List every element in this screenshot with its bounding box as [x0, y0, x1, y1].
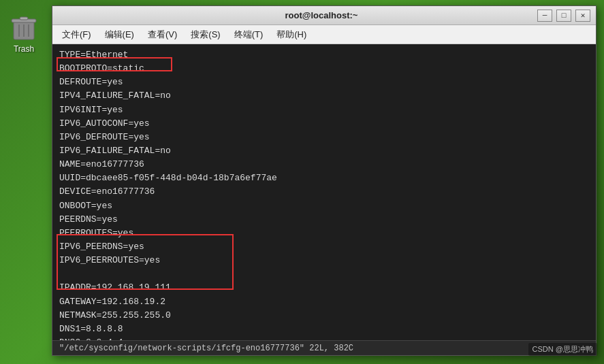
terminal-line: PEERDNS=yes [59, 213, 589, 227]
menu-search[interactable]: 搜索(S) [184, 27, 227, 43]
terminal-line: IPV6_DEFROUTE=yes [59, 131, 589, 144]
terminal-line: TYPE=Ethernet [59, 48, 589, 62]
menu-bar: 文件(F) 编辑(E) 查看(V) 搜索(S) 终端(T) 帮助(H) [52, 25, 596, 44]
terminal-line: DEFROUTE=yes [59, 76, 589, 89]
svg-rect-2 [20, 17, 28, 20]
terminal-line: IPV6_AUTOCONF=yes [59, 117, 589, 131]
desktop: Trash root@localhost:~ ─ □ ✕ 文件(F) 编辑(E)… [0, 0, 604, 364]
terminal-line: GATEWAY=192.168.19.2 [59, 295, 589, 309]
terminal-line: IPV6_FAILURE_FATAL=no [59, 144, 589, 158]
terminal-line: IPADDR=192.168.19.111 [59, 281, 589, 295]
status-text: "/etc/sysconfig/network-scripts/ifcfg-en… [59, 344, 353, 353]
terminal-line: NAME=eno16777736 [59, 158, 589, 171]
trash-icon-svg [10, 12, 37, 42]
menu-terminal[interactable]: 终端(T) [227, 27, 270, 43]
terminal-line: IPV6_PEERROUTES=yes [59, 254, 589, 267]
trash-icon[interactable]: Trash [10, 12, 37, 54]
terminal-content[interactable]: TYPE=EthernetBOOTPROTO=staticDEFROUTE=ye… [52, 44, 596, 340]
terminal-line: NETMASK=255.255.255.0 [59, 309, 589, 322]
trash-label: Trash [14, 44, 34, 54]
terminal-line: PEERROUTES=yes [59, 227, 589, 240]
watermark: CSDN @思思冲鸭 [528, 343, 597, 356]
terminal-line: DNS2=8.8.4.4 [59, 336, 589, 340]
minimize-button[interactable]: ─ [537, 10, 552, 22]
terminal-window: root@localhost:~ ─ □ ✕ 文件(F) 编辑(E) 查看(V)… [52, 5, 597, 356]
maximize-button[interactable]: □ [556, 10, 571, 22]
window-controls: ─ □ ✕ [537, 10, 590, 22]
window-title: root@localhost:~ [106, 10, 537, 20]
terminal-line: IPV6INIT=yes [59, 103, 589, 117]
menu-view[interactable]: 查看(V) [141, 27, 184, 43]
terminal-line: IPV6_PEERDNS=yes [59, 240, 589, 254]
menu-file[interactable]: 文件(F) [55, 27, 98, 43]
terminal-line [59, 267, 589, 281]
terminal-line: ONBOOT=yes [59, 199, 589, 213]
menu-edit[interactable]: 编辑(E) [98, 27, 141, 43]
terminal-line: UUID=dbcaee85-f05f-448d-b04d-18b7a6ef77a… [59, 171, 589, 185]
close-button[interactable]: ✕ [575, 10, 590, 22]
terminal-line: BOOTPROTO=static [59, 62, 589, 76]
menu-help[interactable]: 帮助(H) [270, 27, 313, 43]
terminal-line: DEVICE=eno16777736 [59, 185, 589, 199]
status-bar: "/etc/sysconfig/network-scripts/ifcfg-en… [52, 340, 596, 355]
terminal-line: IPV4_FAILURE_FATAL=no [59, 89, 589, 103]
title-bar: root@localhost:~ ─ □ ✕ [52, 6, 596, 25]
terminal-line: DNS1=8.8.8.8 [59, 322, 589, 336]
